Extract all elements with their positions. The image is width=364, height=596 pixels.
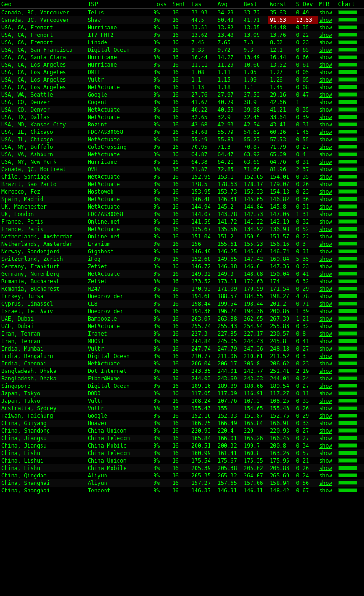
mtr-show-link[interactable]: show bbox=[319, 24, 332, 31]
cell-mtr[interactable]: show bbox=[318, 188, 337, 196]
mtr-show-link[interactable]: show bbox=[319, 114, 332, 120]
mtr-show-link[interactable]: show bbox=[319, 144, 332, 150]
mtr-show-link[interactable]: show bbox=[319, 17, 332, 23]
cell-mtr[interactable]: show bbox=[318, 54, 337, 61]
cell-chart[interactable] bbox=[337, 263, 364, 270]
cell-chart[interactable] bbox=[337, 166, 364, 173]
mtr-show-link[interactable]: show bbox=[319, 450, 332, 456]
cell-mtr[interactable]: show bbox=[318, 479, 337, 487]
cell-chart[interactable] bbox=[337, 98, 364, 106]
cell-chart[interactable] bbox=[337, 16, 364, 24]
mtr-show-link[interactable]: show bbox=[319, 286, 332, 292]
mtr-show-link[interactable]: show bbox=[319, 129, 332, 135]
cell-mtr[interactable]: show bbox=[318, 166, 337, 173]
cell-mtr[interactable]: show bbox=[318, 181, 337, 188]
mtr-show-link[interactable]: show bbox=[319, 233, 332, 240]
mtr-show-link[interactable]: show bbox=[319, 248, 332, 255]
cell-mtr[interactable]: show bbox=[318, 345, 337, 352]
cell-chart[interactable] bbox=[337, 61, 364, 69]
mtr-show-link[interactable]: show bbox=[319, 211, 332, 217]
cell-mtr[interactable]: show bbox=[318, 203, 337, 210]
cell-mtr[interactable]: show bbox=[318, 61, 337, 69]
cell-mtr[interactable]: show bbox=[318, 323, 337, 330]
mtr-show-link[interactable]: show bbox=[319, 480, 332, 486]
mtr-show-link[interactable]: show bbox=[319, 316, 332, 322]
cell-mtr[interactable]: show bbox=[318, 76, 337, 84]
cell-mtr[interactable]: show bbox=[318, 435, 337, 442]
cell-chart[interactable] bbox=[337, 136, 364, 143]
cell-mtr[interactable]: show bbox=[318, 412, 337, 420]
cell-mtr[interactable]: show bbox=[318, 382, 337, 390]
cell-chart[interactable] bbox=[337, 420, 364, 427]
mtr-show-link[interactable]: show bbox=[319, 405, 332, 412]
mtr-show-link[interactable]: show bbox=[319, 226, 332, 232]
cell-mtr[interactable]: show bbox=[318, 457, 337, 464]
cell-mtr[interactable]: show bbox=[318, 285, 337, 293]
cell-chart[interactable] bbox=[337, 113, 364, 121]
cell-mtr[interactable]: show bbox=[318, 98, 337, 106]
cell-chart[interactable] bbox=[337, 367, 364, 375]
cell-mtr[interactable]: show bbox=[318, 173, 337, 181]
cell-chart[interactable] bbox=[337, 405, 364, 412]
mtr-show-link[interactable]: show bbox=[319, 174, 332, 180]
mtr-show-link[interactable]: show bbox=[319, 99, 332, 105]
mtr-show-link[interactable]: show bbox=[319, 39, 332, 46]
mtr-show-link[interactable]: show bbox=[319, 106, 332, 113]
cell-chart[interactable] bbox=[337, 270, 364, 278]
mtr-show-link[interactable]: show bbox=[319, 151, 332, 158]
cell-mtr[interactable]: show bbox=[318, 270, 337, 278]
cell-mtr[interactable]: show bbox=[318, 420, 337, 427]
mtr-show-link[interactable]: show bbox=[319, 428, 332, 434]
mtr-show-link[interactable]: show bbox=[319, 271, 332, 277]
cell-chart[interactable] bbox=[337, 39, 364, 46]
mtr-show-link[interactable]: show bbox=[319, 196, 332, 203]
cell-chart[interactable] bbox=[337, 218, 364, 225]
cell-mtr[interactable]: show bbox=[318, 360, 337, 367]
cell-chart[interactable] bbox=[337, 278, 364, 285]
cell-chart[interactable] bbox=[337, 248, 364, 255]
mtr-show-link[interactable]: show bbox=[319, 47, 332, 53]
cell-mtr[interactable]: show bbox=[318, 106, 337, 113]
cell-mtr[interactable]: show bbox=[318, 352, 337, 360]
cell-chart[interactable] bbox=[337, 442, 364, 449]
mtr-show-link[interactable]: show bbox=[319, 420, 332, 427]
cell-mtr[interactable]: show bbox=[318, 255, 337, 263]
cell-mtr[interactable]: show bbox=[318, 69, 337, 76]
cell-mtr[interactable]: show bbox=[318, 240, 337, 248]
cell-mtr[interactable]: show bbox=[318, 487, 337, 494]
mtr-show-link[interactable]: show bbox=[319, 278, 332, 285]
mtr-show-link[interactable]: show bbox=[319, 338, 332, 344]
cell-mtr[interactable]: show bbox=[318, 128, 337, 136]
cell-chart[interactable] bbox=[337, 449, 364, 457]
cell-mtr[interactable]: show bbox=[318, 300, 337, 308]
mtr-show-link[interactable]: show bbox=[319, 293, 332, 300]
cell-chart[interactable] bbox=[337, 188, 364, 196]
cell-chart[interactable] bbox=[337, 143, 364, 151]
cell-mtr[interactable]: show bbox=[318, 263, 337, 270]
cell-mtr[interactable]: show bbox=[318, 39, 337, 46]
cell-mtr[interactable]: show bbox=[318, 143, 337, 151]
cell-chart[interactable] bbox=[337, 382, 364, 390]
cell-chart[interactable] bbox=[337, 487, 364, 494]
cell-mtr[interactable]: show bbox=[318, 337, 337, 345]
cell-chart[interactable] bbox=[337, 173, 364, 181]
cell-chart[interactable] bbox=[337, 375, 364, 382]
cell-mtr[interactable]: show bbox=[318, 9, 337, 17]
cell-mtr[interactable]: show bbox=[318, 210, 337, 218]
cell-mtr[interactable]: show bbox=[318, 196, 337, 203]
mtr-show-link[interactable]: show bbox=[319, 166, 332, 173]
cell-chart[interactable] bbox=[337, 457, 364, 464]
cell-mtr[interactable]: show bbox=[318, 248, 337, 255]
cell-chart[interactable] bbox=[337, 240, 364, 248]
mtr-show-link[interactable]: show bbox=[319, 301, 332, 307]
cell-chart[interactable] bbox=[337, 233, 364, 240]
cell-chart[interactable] bbox=[337, 9, 364, 17]
cell-chart[interactable] bbox=[337, 330, 364, 337]
mtr-show-link[interactable]: show bbox=[319, 360, 332, 367]
mtr-show-link[interactable]: show bbox=[319, 435, 332, 442]
mtr-show-link[interactable]: show bbox=[319, 353, 332, 359]
mtr-show-link[interactable]: show bbox=[319, 390, 332, 397]
mtr-show-link[interactable]: show bbox=[319, 62, 332, 68]
mtr-show-link[interactable]: show bbox=[319, 487, 332, 494]
mtr-show-link[interactable]: show bbox=[319, 413, 332, 419]
